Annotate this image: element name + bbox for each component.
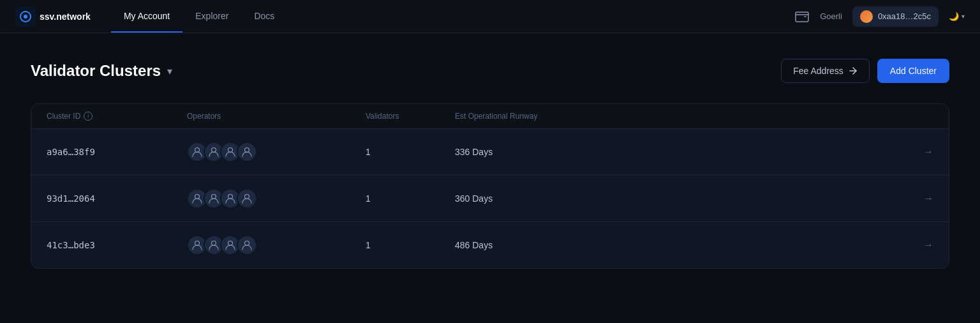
theme-toggle[interactable]: 🌙 ▾	[949, 11, 965, 21]
navbar: ssv.network My Account Explorer Docs Goe…	[0, 0, 980, 33]
validators-cell: 1	[366, 240, 455, 250]
row-arrow-icon: →	[900, 146, 933, 158]
cluster-id-info-icon[interactable]: i	[84, 112, 93, 121]
cluster-table: Cluster ID i Operators Validators Est Op…	[31, 103, 949, 269]
col-operators: Operators	[187, 112, 366, 121]
col-actions	[900, 112, 933, 121]
operator-avatar	[237, 142, 257, 162]
runway-cell: 336 Days	[455, 147, 900, 157]
fee-address-button[interactable]: Fee Address	[781, 59, 870, 83]
table-header: Cluster ID i Operators Validators Est Op…	[31, 104, 949, 129]
page-title-wrap: Validator Clusters ▾	[31, 62, 172, 80]
theme-chevron: ▾	[961, 13, 965, 20]
row-arrow-icon: →	[900, 239, 933, 251]
table-row[interactable]: a9a6…38f9 1 336 Days →	[31, 129, 949, 176]
row-arrow-icon: →	[900, 193, 933, 204]
validators-cell: 1	[366, 147, 455, 157]
logo[interactable]: ssv.network	[15, 6, 91, 27]
operators-cell	[187, 142, 366, 162]
address-text: 0xaa18…2c5c	[878, 11, 931, 21]
table-row[interactable]: 93d1…2064 1 360 Days →	[31, 176, 949, 222]
main-content: Validator Clusters ▾ Fee Address Add Clu…	[0, 33, 980, 294]
svg-point-2	[24, 15, 27, 19]
wallet-address[interactable]: 0xaa18…2c5c	[852, 6, 939, 27]
validators-cell: 1	[366, 193, 455, 204]
table-row[interactable]: 41c3…bde3 1 486 Days →	[31, 222, 949, 268]
runway-cell: 360 Days	[455, 193, 900, 204]
nav-right: Goerli 0xaa18…2c5c 🌙 ▾	[794, 6, 965, 27]
title-chevron-icon: ▾	[167, 65, 172, 77]
cluster-id-cell: 41c3…bde3	[47, 240, 187, 250]
nav-my-account[interactable]: My Account	[111, 0, 182, 33]
operator-avatar	[237, 235, 257, 255]
cluster-id-cell: a9a6…38f9	[47, 147, 187, 157]
address-avatar	[860, 10, 873, 23]
logo-text: ssv.network	[40, 11, 91, 22]
page-header: Validator Clusters ▾ Fee Address Add Clu…	[31, 59, 949, 83]
nav-links: My Account Explorer Docs	[111, 0, 287, 33]
svg-rect-3	[796, 12, 808, 22]
runway-cell: 486 Days	[455, 240, 900, 250]
col-validators: Validators	[366, 112, 455, 121]
operators-cell	[187, 235, 366, 255]
operators-cell	[187, 188, 366, 209]
operator-avatar	[237, 188, 257, 209]
col-cluster-id: Cluster ID i	[47, 112, 187, 121]
wallet-icon	[794, 9, 810, 24]
network-label: Goerli	[820, 11, 842, 21]
page-title: Validator Clusters	[31, 62, 161, 80]
header-actions: Fee Address Add Cluster	[781, 59, 949, 83]
add-cluster-label: Add Cluster	[890, 66, 937, 76]
theme-icon: 🌙	[949, 11, 959, 21]
add-cluster-button[interactable]: Add Cluster	[877, 59, 949, 83]
nav-explorer[interactable]: Explorer	[182, 0, 241, 33]
col-runway: Est Operational Runway	[455, 112, 900, 121]
cluster-id-cell: 93d1…2064	[47, 193, 187, 204]
fee-address-label: Fee Address	[793, 66, 843, 76]
fee-address-icon	[849, 66, 858, 75]
nav-docs[interactable]: Docs	[241, 0, 287, 33]
